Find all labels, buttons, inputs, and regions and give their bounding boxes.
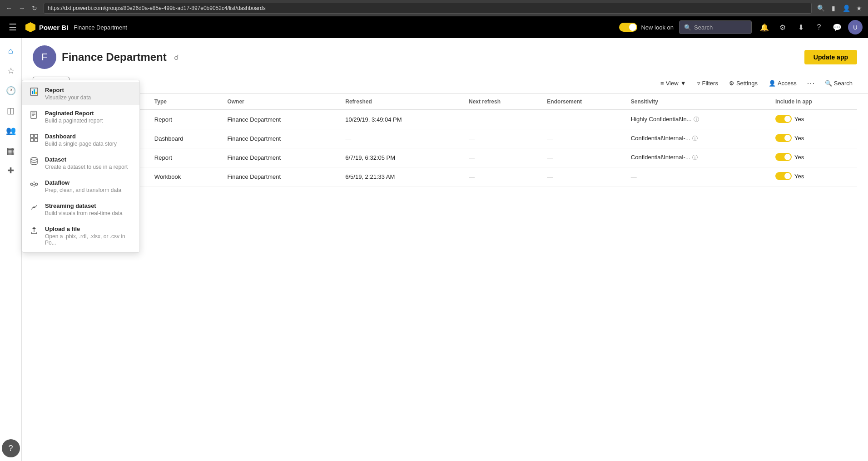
search-button[interactable]: 🔍 Search: [820, 77, 857, 89]
powerbi-app-name: Power BI: [39, 24, 68, 31]
include-toggle[interactable]: Yes: [775, 172, 804, 180]
menu-item-dataset[interactable]: Dataset Create a dataset to use in a rep…: [22, 152, 139, 175]
download-icon[interactable]: ⬇: [794, 20, 808, 34]
extensions-icon[interactable]: ▮: [828, 3, 839, 14]
sidebar-item-favorites[interactable]: ☆: [2, 62, 20, 80]
address-bar[interactable]: https://dxt.powerbi.com/groups/80e26d0a-…: [44, 3, 812, 14]
svg-rect-9: [35, 134, 38, 137]
update-app-button[interactable]: Update app: [804, 50, 857, 64]
table-row: Finance Dashboard Dashboard Finance Depa…: [33, 129, 857, 148]
cell-owner: Finance Department: [222, 167, 340, 186]
paginated-report-title: Paginated Report: [45, 110, 103, 117]
menu-item-paginated-report[interactable]: Paginated Report Build a paginated repor…: [22, 105, 139, 128]
cell-owner: Finance Department: [222, 148, 340, 167]
streaming-dataset-icon: [30, 203, 40, 214]
refresh-button[interactable]: ↻: [29, 3, 40, 14]
dataflow-text-block: Dataflow Prep, clean, and transform data: [45, 179, 121, 193]
dataset-title: Dataset: [45, 156, 128, 163]
user-avatar[interactable]: U: [848, 20, 863, 34]
sidebar-item-workspaces[interactable]: ▦: [2, 142, 20, 160]
col-owner: Owner: [222, 94, 340, 110]
svg-point-15: [33, 206, 35, 208]
dataflow-title: Dataflow: [45, 179, 121, 186]
svg-point-14: [35, 183, 38, 186]
toggle-switch[interactable]: [775, 172, 792, 180]
upload-file-text-block: Upload a file Open a .pbix, .rdl, .xlsx,…: [45, 226, 132, 246]
filters-label: Filters: [702, 80, 718, 87]
toggle-switch[interactable]: [775, 153, 792, 161]
sidebar-item-home[interactable]: ⌂: [2, 42, 20, 60]
filters-button[interactable]: ▿ Filters: [693, 77, 723, 89]
sensitivity-info-icon[interactable]: ⓘ: [692, 135, 698, 142]
include-toggle[interactable]: Yes: [775, 115, 804, 123]
svg-rect-2: [34, 89, 35, 94]
powerbi-logo: Power BI: [25, 22, 68, 32]
sensitivity-info-icon[interactable]: ⓘ: [694, 116, 699, 123]
toggle-knob: [629, 24, 636, 31]
col-sensitivity: Sensitivity: [625, 94, 770, 110]
access-button[interactable]: 👤 Access: [764, 77, 801, 89]
person-icon: 👤: [769, 80, 776, 87]
cell-include-in-app: Yes: [770, 110, 857, 129]
table-row: Financial Report Q4 Report Finance Depar…: [33, 110, 857, 129]
favorites-star-icon[interactable]: ★: [853, 3, 864, 14]
view-chevron-icon: ▼: [680, 80, 686, 87]
menu-item-dataflow[interactable]: Dataflow Prep, clean, and transform data: [22, 175, 139, 198]
sidebar-item-recent[interactable]: 🕐: [2, 82, 20, 100]
menu-item-report[interactable]: Report Visualize your data: [22, 82, 139, 105]
cell-next-refresh: —: [463, 167, 541, 186]
sidebar-item-create[interactable]: ✚: [2, 162, 20, 180]
streaming-dataset-text-block: Streaming dataset Build visuals from rea…: [45, 202, 123, 216]
feedback-icon[interactable]: 💬: [830, 20, 844, 34]
browser-search-icon[interactable]: 🔍: [815, 3, 826, 14]
search-icon: 🔍: [825, 80, 832, 87]
notification-bell-icon[interactable]: 🔔: [757, 20, 772, 34]
table-row: Finance Workbook Workbook Finance Depart…: [33, 167, 857, 186]
new-look-label: New look on: [641, 24, 674, 31]
view-button[interactable]: ≡ View ▼: [656, 77, 690, 89]
dataset-subtitle: Create a dataset to use in a report: [45, 164, 128, 170]
include-toggle[interactable]: Yes: [775, 153, 804, 161]
settings-gear-icon[interactable]: ⚙: [775, 20, 790, 34]
streaming-dataset-subtitle: Build visuals from real-time data: [45, 210, 123, 216]
back-button[interactable]: ←: [4, 3, 15, 14]
cell-owner: Finance Department: [222, 129, 340, 148]
topbar-search-icon: 🔍: [684, 24, 691, 31]
sidebar-item-apps[interactable]: ◫: [2, 102, 20, 120]
include-label: Yes: [794, 116, 804, 123]
cell-type: Report: [149, 110, 222, 129]
workspace-settings-icon[interactable]: ☌: [174, 53, 179, 62]
sidebar-item-learn[interactable]: ?: [2, 439, 20, 457]
url-text: https://dxt.powerbi.com/groups/80e26d0a-…: [48, 5, 266, 11]
include-label: Yes: [794, 135, 804, 142]
cell-sensitivity: —: [625, 167, 770, 186]
topbar-search[interactable]: 🔍 Search: [679, 20, 752, 34]
col-refreshed: Refreshed: [340, 94, 463, 110]
sidebar-item-shared[interactable]: 👥: [2, 122, 20, 140]
toggle-switch[interactable]: [775, 115, 792, 123]
toggle-switch[interactable]: [775, 134, 792, 142]
filter-icon: ▿: [697, 80, 700, 87]
workspace-avatar: F: [33, 45, 56, 69]
sensitivity-value: Highly Confidential\In...: [631, 116, 692, 123]
cell-refreshed: 10/29/19, 3:49:04 PM: [340, 110, 463, 129]
help-question-icon[interactable]: ?: [812, 20, 826, 34]
forward-button[interactable]: →: [16, 3, 27, 14]
hamburger-menu-button[interactable]: ☰: [5, 20, 20, 34]
include-toggle[interactable]: Yes: [775, 134, 804, 142]
more-options-icon[interactable]: ⋯: [803, 76, 818, 90]
new-look-toggle[interactable]: [619, 23, 637, 32]
svg-rect-1: [32, 91, 33, 94]
sensitivity-info-icon[interactable]: ⓘ: [692, 154, 698, 161]
settings-button[interactable]: ⚙ Settings: [724, 77, 762, 89]
profile-icon[interactable]: 👤: [841, 3, 852, 14]
streaming-dataset-title: Streaming dataset: [45, 202, 123, 209]
paginated-report-icon: [30, 110, 40, 122]
menu-item-streaming-dataset[interactable]: Streaming dataset Build visuals from rea…: [22, 198, 139, 221]
dashboard-text-block: Dashboard Build a single-page data story: [45, 133, 117, 147]
menu-item-dashboard[interactable]: Dashboard Build a single-page data story: [22, 128, 139, 152]
menu-item-upload-file[interactable]: Upload a file Open a .pbix, .rdl, .xlsx,…: [22, 221, 139, 250]
view-label: View: [666, 80, 679, 87]
cell-type: Workbook: [149, 167, 222, 186]
dashboard-icon: [30, 133, 40, 145]
